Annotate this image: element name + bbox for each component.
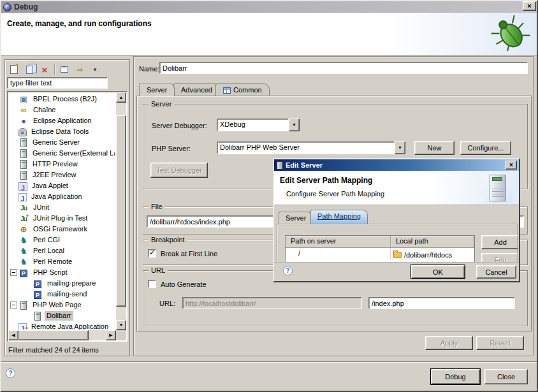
dialog-titlebar[interactable]: Edit Server: [274, 159, 519, 171]
tree-item[interactable]: PHP Web Page: [8, 300, 115, 310]
expander-icon[interactable]: [10, 269, 17, 276]
path-mapping-table: Path on server Local path / /dolibarr/ht…: [285, 235, 475, 265]
tree-vertical-scrollbar[interactable]: ▲ ▼: [116, 92, 126, 330]
java-application-icon: [18, 193, 27, 201]
auto-generate-label: Auto Generate: [161, 280, 207, 288]
banner: Create, manage, and run configurations: [1, 13, 537, 55]
tree-horizontal-scrollbar[interactable]: ◀ ▶: [8, 330, 116, 340]
hscroll-thumb[interactable]: [18, 330, 89, 340]
scroll-right-icon[interactable]: ▶: [106, 330, 116, 340]
tree-rows: BPEL Process (B2J) Chaîne Eclipse Applic…: [8, 94, 115, 330]
tree-item[interactable]: Perl Remote: [8, 256, 115, 267]
window-titlebar[interactable]: Debug: [1, 1, 537, 13]
config-name-input[interactable]: [159, 62, 528, 74]
server-tower-image: [483, 173, 513, 203]
tree-item[interactable]: PHP Script: [8, 267, 115, 278]
combo-arrow-icon[interactable]: ▼: [289, 119, 300, 131]
revert-button: Revert: [476, 336, 524, 350]
perl-icon: [18, 246, 29, 256]
scroll-up-icon[interactable]: ▲: [116, 92, 126, 103]
expander-icon[interactable]: [10, 301, 17, 309]
dropdown-arrow-icon[interactable]: ▼: [89, 64, 101, 75]
server-debugger-label: Server Debugger:: [152, 122, 207, 129]
php-script-icon: [20, 270, 27, 277]
tree-item[interactable]: Generic Server(External La: [8, 148, 115, 159]
tree-item[interactable]: mailing-send: [8, 289, 115, 300]
add-mapping-button[interactable]: Add: [481, 235, 518, 249]
tree-item[interactable]: Java Application: [8, 191, 115, 202]
tree-item[interactable]: mailing-prepare: [8, 278, 115, 289]
osgi-icon: [18, 224, 29, 235]
tab-server[interactable]: Server: [139, 83, 175, 96]
window-help-icon[interactable]: ?: [6, 368, 15, 378]
delete-config-icon[interactable]: ×: [39, 64, 50, 75]
configurations-tree: BPEL Process (B2J) Chaîne Eclipse Applic…: [7, 91, 127, 342]
php-web-page-icon: [20, 301, 27, 310]
ok-button[interactable]: OK: [411, 265, 465, 279]
tree-item[interactable]: Perl Local: [8, 245, 115, 256]
dialog-tab-server[interactable]: Server: [279, 212, 313, 224]
configure-server-button[interactable]: Configure...: [460, 141, 511, 155]
php-server-combo[interactable]: Dolibarr PHP Web Server ▼: [217, 142, 405, 154]
window-close-button[interactable]: ×: [523, 1, 536, 11]
server-icon: [20, 160, 27, 169]
new-server-button[interactable]: New: [414, 141, 454, 155]
tree-item[interactable]: Eclipse Application: [8, 115, 115, 126]
name-label: Name:: [139, 65, 159, 73]
tree-item[interactable]: J2EE Preview: [8, 170, 115, 180]
break-first-line-checkbox[interactable]: [148, 249, 156, 258]
database-icon: [18, 128, 27, 136]
url-group-title: URL: [149, 266, 168, 275]
filter-status: Filter matched 24 of 24 items: [8, 346, 99, 354]
tree-item[interactable]: Java Applet: [8, 180, 115, 191]
tree-item[interactable]: Chaîne: [8, 105, 115, 115]
php-script-icon: [34, 280, 41, 288]
server-icon: [20, 138, 27, 147]
combo-arrow-icon[interactable]: ▼: [395, 142, 405, 154]
tree-item[interactable]: Eclipse Data Tools: [8, 126, 115, 137]
dialog-close-button[interactable]: ×: [505, 161, 517, 170]
mapping-row[interactable]: / /dolibarr/htdocs: [286, 248, 474, 260]
edit-server-dialog: Edit Server × Edit Server Path Mapping C…: [273, 158, 520, 282]
junit-plugin-icon: [18, 214, 29, 224]
tree-item[interactable]: Perl CGI: [8, 235, 115, 245]
scrollbar-corner: [116, 330, 126, 340]
tree-item[interactable]: Generic Server: [8, 137, 115, 148]
tree-item[interactable]: JUnit: [8, 202, 115, 213]
eclipse-application-icon: [18, 116, 29, 126]
scroll-down-icon[interactable]: ▼: [116, 320, 126, 330]
duplicate-config-icon[interactable]: [24, 64, 35, 75]
path-mapping-tab-body: Path on server Local path / /dolibarr/ht…: [277, 224, 518, 265]
dialog-tab-path-mapping[interactable]: Path Mapping: [310, 210, 368, 224]
tree-item[interactable]: Dolibarr: [8, 310, 115, 321]
tab-advanced[interactable]: Advanced: [173, 83, 220, 96]
tree-item[interactable]: JUnit Plug-in Test: [8, 213, 115, 224]
cancel-button[interactable]: Cancel: [476, 265, 516, 279]
tree-item[interactable]: OSGi Framework: [8, 224, 115, 235]
new-config-icon[interactable]: [8, 64, 20, 75]
url-path-input[interactable]: [368, 297, 515, 309]
tree-item[interactable]: Remote Java Application: [8, 321, 115, 330]
perl-icon: [18, 235, 29, 245]
server-debugger-combo[interactable]: XDebug ▼: [217, 119, 300, 131]
java-applet-icon: [18, 182, 27, 191]
collapse-all-icon[interactable]: [59, 64, 70, 75]
tree-item[interactable]: HTTP Preview: [8, 159, 115, 170]
table-icon: [223, 87, 231, 94]
auto-generate-checkbox[interactable]: [148, 280, 156, 288]
perl-icon: [18, 257, 29, 267]
scroll-left-icon[interactable]: ◀: [8, 330, 18, 340]
vscroll-thumb[interactable]: [116, 115, 126, 307]
window-title: Debug: [14, 3, 38, 11]
filter-launch-icon[interactable]: ⇒: [74, 64, 85, 75]
tab-common[interactable]: Common: [215, 83, 270, 96]
col-local-path: Local path: [391, 236, 474, 248]
footer-separator: [0, 361, 538, 362]
type-filter-input[interactable]: [7, 77, 108, 89]
tree-item[interactable]: BPEL Process (B2J): [8, 94, 115, 105]
dialog-help-icon[interactable]: ?: [283, 266, 293, 275]
bpel-process-icon: [18, 94, 29, 105]
debug-button[interactable]: Debug: [431, 369, 480, 384]
col-path-on-server: Path on server: [286, 236, 391, 248]
close-button[interactable]: Close: [484, 369, 528, 384]
